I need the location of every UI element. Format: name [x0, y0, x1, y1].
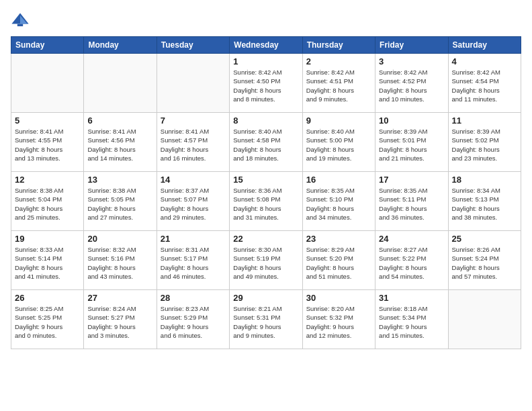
- day-info: Sunrise: 8:42 AM Sunset: 4:52 PM Dayligh…: [379, 68, 444, 103]
- day-number: 21: [161, 234, 226, 244]
- calendar-cell: [448, 290, 521, 349]
- day-number: 8: [233, 116, 298, 126]
- page: SundayMondayTuesdayWednesdayThursdayFrid…: [0, 0, 532, 411]
- day-info: Sunrise: 8:42 AM Sunset: 4:50 PM Dayligh…: [233, 68, 298, 103]
- day-info: Sunrise: 8:39 AM Sunset: 5:01 PM Dayligh…: [379, 127, 444, 163]
- day-info: Sunrise: 8:35 AM Sunset: 5:10 PM Dayligh…: [306, 186, 371, 222]
- day-info: Sunrise: 8:40 AM Sunset: 5:00 PM Dayligh…: [306, 127, 371, 163]
- day-number: 22: [233, 234, 298, 244]
- calendar-cell: 8Sunrise: 8:40 AM Sunset: 4:58 PM Daylig…: [230, 113, 302, 172]
- day-info: Sunrise: 8:41 AM Sunset: 4:57 PM Dayligh…: [161, 127, 226, 163]
- calendar-cell: [84, 54, 157, 113]
- weekday-header-thursday: Thursday: [302, 37, 375, 54]
- day-number: 25: [452, 234, 517, 244]
- day-number: 15: [233, 175, 298, 185]
- calendar-cell: 31Sunrise: 8:18 AM Sunset: 5:34 PM Dayli…: [375, 290, 448, 349]
- day-number: 29: [233, 293, 298, 303]
- calendar-cell: 27Sunrise: 8:24 AM Sunset: 5:27 PM Dayli…: [84, 290, 157, 349]
- header: [11, 11, 521, 30]
- day-info: Sunrise: 8:18 AM Sunset: 5:34 PM Dayligh…: [379, 304, 444, 340]
- calendar-cell: 9Sunrise: 8:40 AM Sunset: 5:00 PM Daylig…: [302, 113, 375, 172]
- weekday-header-sunday: Sunday: [11, 37, 84, 54]
- calendar-cell: 16Sunrise: 8:35 AM Sunset: 5:10 PM Dayli…: [302, 172, 375, 231]
- day-number: 13: [87, 175, 152, 185]
- calendar-cell: 3Sunrise: 8:42 AM Sunset: 4:52 PM Daylig…: [375, 54, 448, 113]
- calendar-cell: 23Sunrise: 8:29 AM Sunset: 5:20 PM Dayli…: [302, 231, 375, 290]
- day-number: 17: [379, 175, 444, 185]
- weekday-header-row: SundayMondayTuesdayWednesdayThursdayFrid…: [11, 37, 521, 54]
- day-number: 24: [379, 234, 444, 244]
- day-info: Sunrise: 8:37 AM Sunset: 5:07 PM Dayligh…: [161, 186, 226, 222]
- calendar-week-row: 5Sunrise: 8:41 AM Sunset: 4:55 PM Daylig…: [11, 113, 521, 172]
- day-number: 26: [15, 293, 80, 303]
- calendar-cell: 10Sunrise: 8:39 AM Sunset: 5:01 PM Dayli…: [375, 113, 448, 172]
- calendar-cell: 13Sunrise: 8:38 AM Sunset: 5:05 PM Dayli…: [84, 172, 157, 231]
- day-info: Sunrise: 8:38 AM Sunset: 5:04 PM Dayligh…: [15, 186, 80, 222]
- calendar-cell: 2Sunrise: 8:42 AM Sunset: 4:51 PM Daylig…: [302, 54, 375, 113]
- day-info: Sunrise: 8:36 AM Sunset: 5:08 PM Dayligh…: [233, 186, 298, 222]
- day-number: 20: [87, 234, 152, 244]
- day-info: Sunrise: 8:23 AM Sunset: 5:29 PM Dayligh…: [161, 304, 226, 340]
- calendar-cell: [157, 54, 229, 113]
- day-info: Sunrise: 8:20 AM Sunset: 5:32 PM Dayligh…: [306, 304, 371, 340]
- day-number: 16: [306, 175, 371, 185]
- day-info: Sunrise: 8:24 AM Sunset: 5:27 PM Dayligh…: [87, 304, 152, 340]
- day-info: Sunrise: 8:38 AM Sunset: 5:05 PM Dayligh…: [87, 186, 152, 222]
- calendar-week-row: 19Sunrise: 8:33 AM Sunset: 5:14 PM Dayli…: [11, 231, 521, 290]
- day-info: Sunrise: 8:42 AM Sunset: 4:54 PM Dayligh…: [452, 68, 517, 103]
- calendar-cell: 4Sunrise: 8:42 AM Sunset: 4:54 PM Daylig…: [448, 54, 521, 113]
- day-number: 3: [379, 56, 444, 66]
- logo: [11, 11, 32, 30]
- day-number: 6: [87, 116, 152, 126]
- day-info: Sunrise: 8:30 AM Sunset: 5:19 PM Dayligh…: [233, 245, 298, 281]
- calendar-cell: 1Sunrise: 8:42 AM Sunset: 4:50 PM Daylig…: [230, 54, 302, 113]
- weekday-header-monday: Monday: [84, 37, 157, 54]
- day-number: 27: [87, 293, 152, 303]
- calendar-cell: 15Sunrise: 8:36 AM Sunset: 5:08 PM Dayli…: [230, 172, 302, 231]
- calendar-cell: 28Sunrise: 8:23 AM Sunset: 5:29 PM Dayli…: [157, 290, 229, 349]
- day-info: Sunrise: 8:35 AM Sunset: 5:11 PM Dayligh…: [379, 186, 444, 222]
- weekday-header-wednesday: Wednesday: [230, 37, 302, 54]
- calendar-cell: 30Sunrise: 8:20 AM Sunset: 5:32 PM Dayli…: [302, 290, 375, 349]
- calendar-cell: 29Sunrise: 8:21 AM Sunset: 5:31 PM Dayli…: [230, 290, 302, 349]
- day-number: 31: [379, 293, 444, 303]
- day-number: 12: [15, 175, 80, 185]
- calendar-table: SundayMondayTuesdayWednesdayThursdayFrid…: [11, 36, 521, 349]
- day-number: 2: [306, 56, 371, 66]
- calendar-cell: 19Sunrise: 8:33 AM Sunset: 5:14 PM Dayli…: [11, 231, 84, 290]
- day-number: 5: [15, 116, 80, 126]
- day-number: 1: [233, 56, 298, 66]
- day-info: Sunrise: 8:39 AM Sunset: 5:02 PM Dayligh…: [452, 127, 517, 163]
- calendar-week-row: 26Sunrise: 8:25 AM Sunset: 5:25 PM Dayli…: [11, 290, 521, 349]
- day-number: 11: [452, 116, 517, 126]
- weekday-header-friday: Friday: [375, 37, 448, 54]
- logo-icon: [11, 11, 30, 30]
- svg-rect-2: [17, 24, 23, 27]
- day-info: Sunrise: 8:26 AM Sunset: 5:24 PM Dayligh…: [452, 245, 517, 281]
- day-info: Sunrise: 8:32 AM Sunset: 5:16 PM Dayligh…: [87, 245, 152, 281]
- calendar-cell: [11, 54, 84, 113]
- weekday-header-saturday: Saturday: [448, 37, 521, 54]
- day-info: Sunrise: 8:41 AM Sunset: 4:56 PM Dayligh…: [87, 127, 152, 163]
- day-number: 18: [452, 175, 517, 185]
- calendar-cell: 12Sunrise: 8:38 AM Sunset: 5:04 PM Dayli…: [11, 172, 84, 231]
- calendar-cell: 6Sunrise: 8:41 AM Sunset: 4:56 PM Daylig…: [84, 113, 157, 172]
- day-info: Sunrise: 8:31 AM Sunset: 5:17 PM Dayligh…: [161, 245, 226, 281]
- day-number: 10: [379, 116, 444, 126]
- calendar-week-row: 1Sunrise: 8:42 AM Sunset: 4:50 PM Daylig…: [11, 54, 521, 113]
- day-number: 4: [452, 56, 517, 66]
- day-info: Sunrise: 8:29 AM Sunset: 5:20 PM Dayligh…: [306, 245, 371, 281]
- calendar-cell: 14Sunrise: 8:37 AM Sunset: 5:07 PM Dayli…: [157, 172, 229, 231]
- calendar-cell: 20Sunrise: 8:32 AM Sunset: 5:16 PM Dayli…: [84, 231, 157, 290]
- day-info: Sunrise: 8:25 AM Sunset: 5:25 PM Dayligh…: [15, 304, 80, 340]
- day-number: 9: [306, 116, 371, 126]
- calendar-cell: 11Sunrise: 8:39 AM Sunset: 5:02 PM Dayli…: [448, 113, 521, 172]
- weekday-header-tuesday: Tuesday: [157, 37, 229, 54]
- day-info: Sunrise: 8:42 AM Sunset: 4:51 PM Dayligh…: [306, 68, 371, 103]
- calendar-cell: 7Sunrise: 8:41 AM Sunset: 4:57 PM Daylig…: [157, 113, 229, 172]
- calendar-cell: 17Sunrise: 8:35 AM Sunset: 5:11 PM Dayli…: [375, 172, 448, 231]
- day-info: Sunrise: 8:33 AM Sunset: 5:14 PM Dayligh…: [15, 245, 80, 281]
- calendar-cell: 18Sunrise: 8:34 AM Sunset: 5:13 PM Dayli…: [448, 172, 521, 231]
- day-number: 30: [306, 293, 371, 303]
- day-info: Sunrise: 8:21 AM Sunset: 5:31 PM Dayligh…: [233, 304, 298, 340]
